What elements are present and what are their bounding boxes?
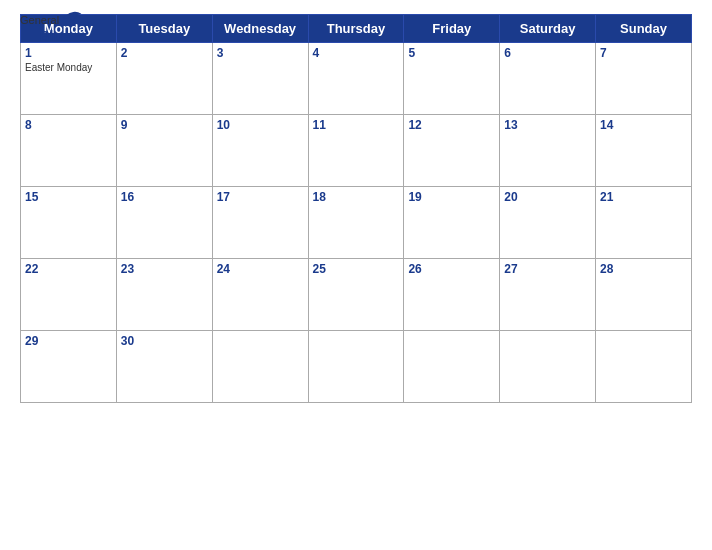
day-number: 8 <box>25 118 112 132</box>
logo-bird-icon <box>61 10 89 30</box>
calendar-cell: 7 <box>596 43 692 115</box>
calendar-cell: 22 <box>21 259 117 331</box>
day-number: 2 <box>121 46 208 60</box>
calendar-cell: 16 <box>116 187 212 259</box>
day-number: 6 <box>504 46 591 60</box>
day-number: 4 <box>313 46 400 60</box>
logo: General Blue <box>20 10 89 44</box>
calendar-cell: 20 <box>500 187 596 259</box>
weekday-header-thursday: Thursday <box>308 15 404 43</box>
calendar-cell: 13 <box>500 115 596 187</box>
calendar-cell: 29 <box>21 331 117 403</box>
calendar-cell: 3 <box>212 43 308 115</box>
calendar-cell: 26 <box>404 259 500 331</box>
day-number: 3 <box>217 46 304 60</box>
calendar-cell: 5 <box>404 43 500 115</box>
calendar-cell: 9 <box>116 115 212 187</box>
day-number: 9 <box>121 118 208 132</box>
day-number: 25 <box>313 262 400 276</box>
calendar-week-row: 891011121314 <box>21 115 692 187</box>
calendar-cell: 1Easter Monday <box>21 43 117 115</box>
weekday-header-row: MondayTuesdayWednesdayThursdayFridaySatu… <box>21 15 692 43</box>
day-number: 26 <box>408 262 495 276</box>
weekday-header-sunday: Sunday <box>596 15 692 43</box>
calendar-cell: 28 <box>596 259 692 331</box>
day-number: 14 <box>600 118 687 132</box>
day-number: 5 <box>408 46 495 60</box>
calendar-cell: 10 <box>212 115 308 187</box>
calendar-week-row: 15161718192021 <box>21 187 692 259</box>
calendar-cell: 4 <box>308 43 404 115</box>
day-number: 19 <box>408 190 495 204</box>
day-number: 21 <box>600 190 687 204</box>
calendar-week-row: 1Easter Monday234567 <box>21 43 692 115</box>
day-number: 10 <box>217 118 304 132</box>
calendar-cell: 12 <box>404 115 500 187</box>
day-number: 27 <box>504 262 591 276</box>
calendar-cell: 18 <box>308 187 404 259</box>
calendar-cell: 25 <box>308 259 404 331</box>
day-number: 30 <box>121 334 208 348</box>
calendar-cell: 15 <box>21 187 117 259</box>
day-number: 28 <box>600 262 687 276</box>
calendar-table: MondayTuesdayWednesdayThursdayFridaySatu… <box>20 14 692 403</box>
holiday-label: Easter Monday <box>25 62 92 73</box>
weekday-header-wednesday: Wednesday <box>212 15 308 43</box>
day-number: 16 <box>121 190 208 204</box>
day-number: 7 <box>600 46 687 60</box>
calendar-cell: 21 <box>596 187 692 259</box>
calendar-week-row: 22232425262728 <box>21 259 692 331</box>
calendar-cell <box>404 331 500 403</box>
logo-text-general: General <box>20 14 59 26</box>
calendar-cell <box>596 331 692 403</box>
calendar-cell: 14 <box>596 115 692 187</box>
day-number: 23 <box>121 262 208 276</box>
calendar-cell <box>500 331 596 403</box>
day-number: 22 <box>25 262 112 276</box>
day-number: 15 <box>25 190 112 204</box>
day-number: 29 <box>25 334 112 348</box>
calendar-cell: 11 <box>308 115 404 187</box>
day-number: 13 <box>504 118 591 132</box>
day-number: 20 <box>504 190 591 204</box>
calendar-cell: 6 <box>500 43 596 115</box>
calendar-cell <box>212 331 308 403</box>
day-number: 24 <box>217 262 304 276</box>
calendar-week-row: 2930 <box>21 331 692 403</box>
weekday-header-friday: Friday <box>404 15 500 43</box>
calendar-cell: 24 <box>212 259 308 331</box>
weekday-header-tuesday: Tuesday <box>116 15 212 43</box>
calendar-cell: 23 <box>116 259 212 331</box>
weekday-header-saturday: Saturday <box>500 15 596 43</box>
calendar-cell: 8 <box>21 115 117 187</box>
calendar-cell: 27 <box>500 259 596 331</box>
calendar-cell: 30 <box>116 331 212 403</box>
calendar-cell <box>308 331 404 403</box>
calendar-cell: 19 <box>404 187 500 259</box>
day-number: 12 <box>408 118 495 132</box>
day-number: 1 <box>25 46 112 60</box>
calendar-cell: 2 <box>116 43 212 115</box>
day-number: 11 <box>313 118 400 132</box>
calendar-cell: 17 <box>212 187 308 259</box>
day-number: 17 <box>217 190 304 204</box>
day-number: 18 <box>313 190 400 204</box>
